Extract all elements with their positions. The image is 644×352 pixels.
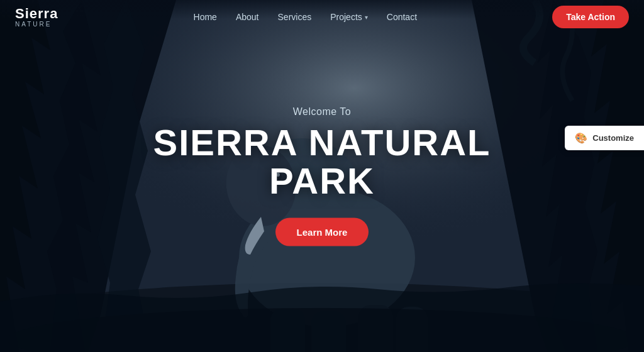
logo-sierra: Sierra: [15, 7, 58, 21]
hero-content: Welcome To SIERRA NATURAL PARK Learn Mor…: [102, 106, 542, 246]
nav-services-link[interactable]: Services: [278, 12, 312, 22]
chevron-down-icon: ▾: [365, 14, 368, 21]
main-title: SIERRA NATURAL PARK: [102, 124, 542, 201]
logo: Sierra NATURE: [15, 7, 58, 28]
nav-home[interactable]: Home: [194, 11, 217, 23]
nav-about[interactable]: About: [236, 11, 259, 23]
nav-projects-link[interactable]: Projects ▾: [330, 12, 368, 22]
navbar: Sierra NATURE Home About Services Projec…: [0, 0, 644, 34]
take-action-button[interactable]: Take Action: [552, 6, 629, 28]
customize-label: Customize: [592, 133, 634, 143]
nav-projects[interactable]: Projects ▾: [330, 12, 368, 22]
nav-contact[interactable]: Contact: [387, 11, 417, 23]
nav-contact-link[interactable]: Contact: [387, 12, 417, 22]
nav-home-link[interactable]: Home: [194, 12, 217, 22]
nav-links: Home About Services Projects ▾ Contact: [194, 11, 417, 23]
nav-about-link[interactable]: About: [236, 12, 259, 22]
welcome-text: Welcome To: [102, 106, 542, 118]
customize-icon: 🎨: [575, 132, 587, 144]
learn-more-button[interactable]: Learn More: [275, 217, 369, 246]
hero-section: Sierra NATURE Home About Services Projec…: [0, 0, 644, 352]
customize-button[interactable]: 🎨 Customize: [565, 126, 644, 150]
nav-services[interactable]: Services: [278, 11, 312, 23]
logo-nature: NATURE: [15, 21, 58, 28]
